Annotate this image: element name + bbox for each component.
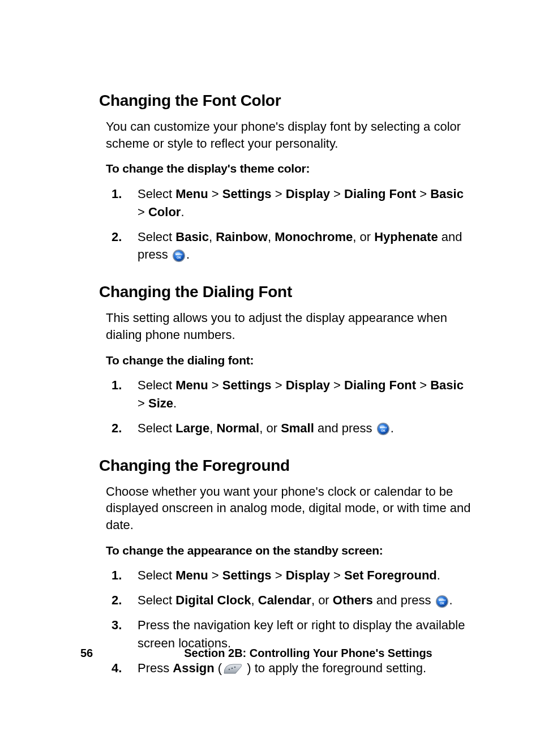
step-prefix: Select (138, 230, 175, 244)
intro-font-color: You can customize your phone's display f… (106, 118, 472, 152)
after-options: and press (314, 421, 376, 435)
svg-point-17 (234, 667, 235, 668)
step-item: Select Digital Clock, Calendar, or Other… (112, 591, 472, 609)
menu-path-item: Display (286, 378, 330, 392)
path-separator: > (138, 205, 148, 219)
heading-font-color: Changing the Font Color (99, 91, 472, 110)
menu-path-item: Dialing Font (344, 378, 416, 392)
step-suffix: . (186, 247, 190, 261)
path-separator: > (272, 568, 286, 582)
step-item: Select Large, Normal, or Small and press… (112, 419, 472, 437)
step-suffix: . (437, 568, 440, 582)
path-separator: > (138, 396, 148, 410)
option-item: Large (175, 421, 209, 435)
assign-label: Assign (173, 661, 214, 675)
heading-dialing-font: Changing the Dialing Font (99, 282, 472, 302)
step-suffix: . (391, 421, 394, 435)
path-separator: > (330, 187, 344, 201)
menu-path-item: Set Foreground (344, 568, 437, 582)
step-prefix: Select (138, 378, 175, 392)
svg-point-15 (229, 669, 230, 670)
step-item: Select Menu > Settings > Display > Diali… (112, 185, 472, 221)
options-joiner: , or (259, 421, 281, 435)
svg-text:OK: OK (177, 256, 181, 259)
page-footer: 56 Section 2B: Controlling Your Phone's … (0, 647, 540, 660)
menu-path-item: Menu (175, 378, 208, 392)
steps-dialing-font: Select Menu > Settings > Display > Diali… (112, 376, 472, 437)
menu-ok-icon: MENU OK (376, 422, 390, 436)
svg-text:OK: OK (440, 601, 444, 604)
step-suffix: . (181, 205, 184, 219)
options-joiner: , or (311, 593, 333, 607)
menu-path-item: Basic (430, 187, 464, 201)
page-number: 56 (80, 647, 93, 660)
path-separator: > (272, 187, 286, 201)
option-item: Monochrome (275, 230, 353, 244)
path-separator: > (208, 568, 222, 582)
path-separator: > (416, 187, 430, 201)
page-content: Changing the Font Color You can customiz… (0, 0, 540, 756)
after-options: and press (373, 593, 435, 607)
menu-path-item: Menu (175, 568, 208, 582)
after-bold: ( (215, 661, 222, 675)
steps-font-color: Select Menu > Settings > Display > Diali… (112, 185, 472, 264)
menu-path-item: Display (286, 187, 330, 201)
options-joiner: , or (353, 230, 374, 244)
step-suffix: . (449, 593, 453, 607)
path-separator: > (272, 378, 286, 392)
step-prefix: Select (138, 421, 175, 435)
step-item: Select Menu > Settings > Display > Set F… (112, 566, 472, 585)
heading-foreground: Changing the Foreground (99, 456, 472, 475)
menu-path-item: Color (148, 205, 181, 219)
path-separator: > (330, 378, 344, 392)
menu-path-item: Menu (175, 187, 208, 201)
step-item: Select Basic, Rainbow, Monochrome, or Hy… (112, 228, 472, 264)
menu-ok-icon: MENU OK (172, 249, 186, 263)
lead-font-color: To change the display's theme color: (106, 161, 472, 177)
option-item: Rainbow (216, 230, 268, 244)
option-item: Normal (216, 421, 259, 435)
option-item: Others (333, 593, 373, 607)
option-item: Hyphenate (374, 230, 438, 244)
path-separator: > (330, 568, 344, 582)
option-item: Digital Clock (175, 593, 251, 607)
after-icon: ) to apply the foreground setting. (243, 661, 426, 675)
option-item: Calendar (258, 593, 311, 607)
menu-path-item: Settings (222, 568, 272, 582)
step-item: Select Menu > Settings > Display > Diali… (112, 376, 472, 413)
lead-foreground: To change the appearance on the standby … (106, 543, 472, 559)
menu-ok-icon: MENU OK (435, 595, 449, 608)
step-prefix: Select (138, 187, 175, 201)
intro-foreground: Choose whether you want your phone's clo… (106, 483, 472, 534)
menu-path-item: Settings (222, 378, 272, 392)
option-item: Small (281, 421, 314, 435)
path-separator: > (208, 187, 222, 201)
lead-dialing-font: To change the dialing font: (106, 353, 472, 368)
intro-dialing-font: This setting allows you to adjust the di… (106, 310, 472, 343)
step-plain: Press the navigation key left or right t… (138, 618, 465, 650)
footer-section-label: Section 2B: Controlling Your Phone's Set… (144, 647, 472, 660)
svg-text:OK: OK (381, 429, 385, 432)
step-item: Press Assign ( ) to apply the foreground… (112, 659, 472, 677)
menu-path-item: Display (286, 568, 330, 582)
step-suffix: . (173, 396, 177, 410)
step-prefix: Select (138, 593, 175, 607)
path-separator: > (416, 378, 430, 392)
path-separator: > (208, 378, 222, 392)
menu-path-item: Settings (222, 187, 272, 201)
step-prefix: Press (138, 661, 173, 675)
menu-path-item: Dialing Font (344, 187, 416, 201)
menu-path-item: Basic (430, 378, 464, 392)
option-item: Basic (175, 230, 209, 244)
softkey-left-icon (223, 663, 242, 675)
step-prefix: Select (138, 568, 175, 582)
menu-path-item: Size (148, 396, 173, 410)
svg-point-16 (232, 668, 233, 669)
steps-foreground: Select Menu > Settings > Display > Set F… (112, 566, 472, 677)
